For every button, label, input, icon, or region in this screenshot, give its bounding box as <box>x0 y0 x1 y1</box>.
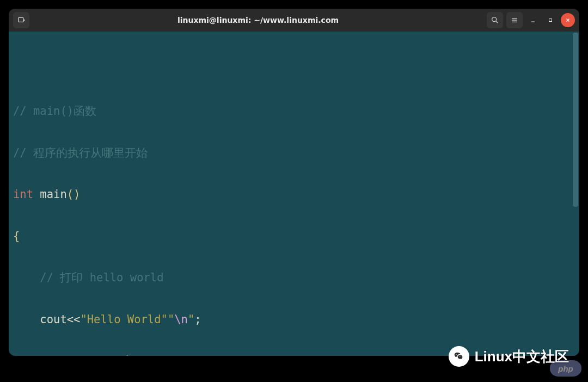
search-icon <box>491 16 499 24</box>
code-line: // 程序的执行从哪里开始 <box>11 146 572 161</box>
maximize-icon <box>547 17 554 23</box>
watermark-text: Linux中文社区 <box>475 347 569 366</box>
svg-line-4 <box>496 21 498 23</box>
terminal-content: // main()函数 // 程序的执行从哪里开始 int main() { /… <box>9 32 579 356</box>
minimize-button[interactable] <box>526 13 540 27</box>
scrollbar-thumb[interactable] <box>573 33 578 207</box>
scrollbar[interactable] <box>572 32 579 356</box>
watermark: Linux中文社区 <box>449 346 569 367</box>
svg-rect-0 <box>19 17 23 22</box>
svg-point-3 <box>492 17 497 22</box>
window-title: linuxmi@linuxmi: ~/www.linuxmi.com <box>33 16 483 24</box>
maximize-button[interactable] <box>543 13 558 27</box>
titlebar: linuxmi@linuxmi: ~/www.linuxmi.com <box>9 9 579 32</box>
code-line: // 打印 hello world <box>11 271 572 285</box>
wechat-icon <box>449 346 469 367</box>
new-tab-button[interactable] <box>13 12 29 28</box>
code-line: int main() <box>11 188 572 202</box>
minimize-icon <box>530 17 536 23</box>
hamburger-icon <box>510 16 519 24</box>
close-icon <box>565 17 571 23</box>
code-line: cout<<"Hello World""\n"; <box>11 313 572 327</box>
menu-button[interactable] <box>506 12 523 28</box>
svg-rect-9 <box>549 19 552 22</box>
code-line: { <box>11 230 572 244</box>
search-button[interactable] <box>487 12 503 28</box>
code-line: // main()函数 <box>11 104 572 119</box>
close-button[interactable] <box>561 13 575 27</box>
vim-editor[interactable]: // main()函数 // 程序的执行从哪里开始 int main() { /… <box>9 32 572 356</box>
new-tab-icon <box>17 16 26 24</box>
terminal-window: linuxmi@linuxmi: ~/www.linuxmi.com // ma… <box>9 9 579 356</box>
